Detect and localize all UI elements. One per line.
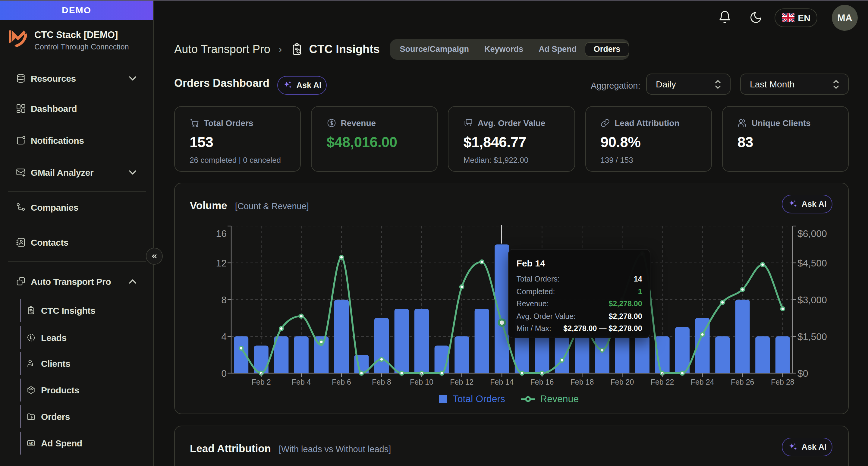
svg-text:$6,000: $6,000 bbox=[798, 228, 827, 239]
svg-text:Feb 16: Feb 16 bbox=[530, 377, 554, 386]
svg-text:Feb 8: Feb 8 bbox=[372, 377, 391, 386]
svg-text:4: 4 bbox=[221, 331, 227, 342]
svg-text:Feb 22: Feb 22 bbox=[651, 377, 674, 386]
svg-text:Feb 4: Feb 4 bbox=[292, 377, 311, 386]
svg-text:$3,000: $3,000 bbox=[798, 294, 827, 305]
svg-text:Feb 28: Feb 28 bbox=[771, 377, 795, 386]
svg-text:Feb 26: Feb 26 bbox=[731, 377, 754, 386]
svg-text:$1,500: $1,500 bbox=[798, 331, 827, 342]
svg-text:Feb 10: Feb 10 bbox=[410, 377, 433, 386]
svg-text:$0: $0 bbox=[798, 368, 808, 379]
svg-text:$4,500: $4,500 bbox=[798, 257, 827, 268]
svg-text:Feb 12: Feb 12 bbox=[450, 377, 473, 386]
svg-text:0: 0 bbox=[221, 368, 227, 379]
svg-text:Feb 14: Feb 14 bbox=[490, 377, 514, 386]
svg-text:16: 16 bbox=[216, 228, 227, 239]
svg-text:Feb 24: Feb 24 bbox=[691, 377, 714, 386]
svg-text:Feb 20: Feb 20 bbox=[610, 377, 634, 386]
svg-text:Feb 2: Feb 2 bbox=[252, 377, 271, 386]
svg-text:Feb 18: Feb 18 bbox=[570, 377, 594, 386]
svg-text:8: 8 bbox=[221, 294, 227, 305]
svg-text:Feb 6: Feb 6 bbox=[332, 377, 351, 386]
svg-text:AD: AD bbox=[29, 441, 33, 445]
svg-text:12: 12 bbox=[216, 257, 227, 268]
